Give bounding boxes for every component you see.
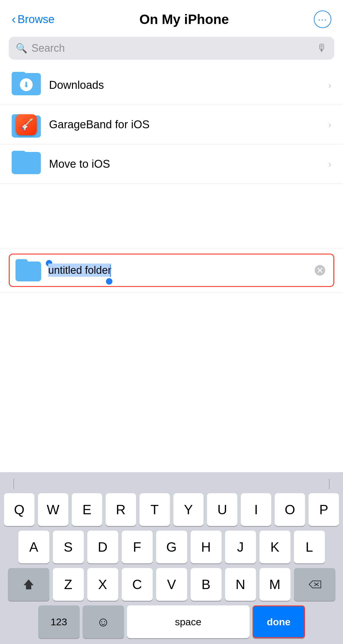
new-folder-icon [15,259,41,281]
text-cursor-end [106,278,112,285]
chevron-right-icon: › [328,119,331,130]
key-k[interactable]: K [260,531,290,563]
chevron-right-icon: › [328,159,331,169]
download-badge-icon: ⬇ [20,78,33,91]
more-icon: ··· [318,14,327,24]
keyboard-row-3: Z X C V B N M [4,568,339,601]
key-l[interactable]: L [294,531,325,563]
more-button[interactable]: ··· [314,11,331,28]
header: ‹ Browse On My iPhone ··· [0,0,343,34]
shift-key[interactable] [8,568,49,601]
numbers-label: 123 [51,616,67,628]
key-t[interactable]: T [140,493,170,526]
key-q[interactable]: Q [4,493,34,526]
list-item[interactable]: ⬇ Downloads › [0,65,343,105]
search-bar[interactable]: 🔍 Search 🎙 [9,37,334,60]
downloads-folder-icon: ⬇ [12,72,41,98]
file-name: Downloads [49,79,328,91]
delete-icon [307,579,322,590]
shift-icon [22,578,35,591]
empty-content-area [0,184,343,248]
browse-back-label: Browse [18,13,55,26]
file-name: GarageBand for iOS [49,118,328,131]
file-name: Move to iOS [49,158,328,170]
key-i[interactable]: I [241,493,271,526]
rename-text-field[interactable]: untitled folder [48,264,308,276]
list-item[interactable]: Move to iOS › [0,144,343,184]
key-v[interactable]: V [156,568,187,601]
svg-marker-3 [24,579,34,589]
search-icon: 🔍 [16,43,27,54]
key-h[interactable]: H [191,531,222,563]
key-g[interactable]: G [156,531,187,563]
key-m[interactable]: M [260,568,290,601]
key-d[interactable]: D [87,531,118,563]
keyboard-row-4: 123 ☺ space done [4,605,339,638]
keyboard: Q W E R T Y U I O P A S D F G H J K L [0,472,343,644]
key-a[interactable]: A [18,531,49,563]
mic-icon[interactable]: 🎙 [317,42,327,54]
key-p[interactable]: P [309,493,339,526]
key-z[interactable]: Z [53,568,84,601]
clear-icon [314,264,326,276]
selected-text: untitled folder [48,264,111,277]
plain-folder-icon [12,151,41,177]
chevron-right-icon: › [328,80,331,91]
key-e[interactable]: E [72,493,102,526]
numbers-key[interactable]: 123 [38,605,80,638]
key-u[interactable]: U [207,493,237,526]
done-label: done [267,616,290,628]
page-title: On My iPhone [140,11,229,27]
list-item[interactable]: 🎸 GarageBand for iOS › [0,105,343,144]
key-y[interactable]: Y [173,493,204,526]
key-w[interactable]: W [38,493,68,526]
key-x[interactable]: X [87,568,118,601]
rename-row-wrapper: untitled folder [0,248,343,292]
search-placeholder: Search [32,42,65,54]
key-j[interactable]: J [225,531,256,563]
toolbar-divider-right [329,479,330,489]
space-label: space [175,616,201,628]
toolbar-divider-left [13,479,14,489]
garageband-folder-icon: 🎸 [12,111,41,138]
delete-key[interactable] [294,568,335,601]
emoji-icon: ☺ [97,614,110,629]
file-list: ⬇ Downloads › 🎸 GarageBand for iOS › Mov… [0,65,343,184]
keyboard-row-1: Q W E R T Y U I O P [4,493,339,526]
key-n[interactable]: N [225,568,256,601]
keyboard-rows: Q W E R T Y U I O P A S D F G H J K L [2,493,341,638]
space-key[interactable]: space [127,605,250,638]
emoji-key[interactable]: ☺ [83,605,124,638]
keyboard-row-2: A S D F G H J K L [4,531,339,563]
key-b[interactable]: B [191,568,222,601]
key-o[interactable]: O [275,493,305,526]
key-r[interactable]: R [106,493,136,526]
done-key[interactable]: done [253,605,305,638]
rename-input-row[interactable]: untitled folder [9,254,334,287]
back-chevron-icon: ‹ [12,12,16,26]
browse-back-button[interactable]: ‹ Browse [12,12,55,26]
key-f[interactable]: F [122,531,153,563]
keyboard-toolbar [2,476,341,492]
text-cursor-end-line [110,265,111,277]
clear-input-button[interactable] [312,263,328,278]
key-s[interactable]: S [53,531,84,563]
key-c[interactable]: C [122,568,153,601]
